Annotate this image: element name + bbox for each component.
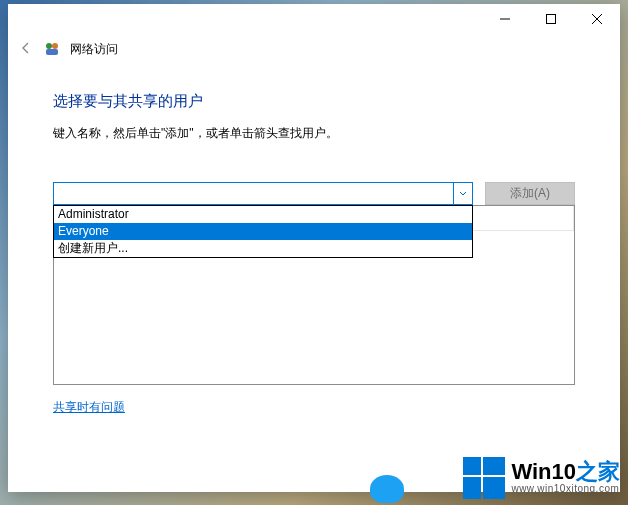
add-button[interactable]: 添加(A) xyxy=(485,182,575,205)
watermark: Win10之家 www.win10xitong.com xyxy=(463,457,620,499)
watermark-text: Win10之家 www.win10xitong.com xyxy=(511,461,620,495)
dropdown-item-everyone[interactable]: Everyone xyxy=(54,223,472,240)
svg-rect-1 xyxy=(547,15,556,24)
header-row: 网络访问 xyxy=(8,34,620,64)
maximize-button[interactable] xyxy=(528,4,574,34)
user-input-row: Administrator Everyone 创建新用户... 添加(A) xyxy=(53,182,575,205)
heading: 选择要与其共享的用户 xyxy=(53,92,575,111)
dropdown-item-create-new-user[interactable]: 创建新用户... xyxy=(54,240,472,257)
back-button[interactable] xyxy=(18,40,34,59)
svg-point-4 xyxy=(46,43,52,49)
svg-rect-6 xyxy=(46,49,58,55)
minimize-button[interactable] xyxy=(482,4,528,34)
dialog-window: 网络访问 选择要与其共享的用户 键入名称，然后单击"添加"，或者单击箭头查找用户… xyxy=(8,4,620,492)
user-combobox: Administrator Everyone 创建新用户... xyxy=(53,182,473,205)
watermark-brand: Win10之家 xyxy=(511,461,620,483)
svg-point-5 xyxy=(52,43,58,49)
user-dropdown-list: Administrator Everyone 创建新用户... xyxy=(53,205,473,258)
combobox-dropdown-button[interactable] xyxy=(453,183,472,204)
titlebar xyxy=(8,4,620,34)
user-name-input[interactable] xyxy=(53,182,473,205)
background-bird-icon xyxy=(370,475,404,503)
sharing-trouble-link[interactable]: 共享时有问题 xyxy=(53,399,125,416)
close-button[interactable] xyxy=(574,4,620,34)
network-access-icon xyxy=(44,41,60,57)
watermark-url: www.win10xitong.com xyxy=(511,483,620,495)
instruction-text: 键入名称，然后单击"添加"，或者单击箭头查找用户。 xyxy=(53,125,575,142)
dropdown-item-administrator[interactable]: Administrator xyxy=(54,206,472,223)
dialog-title: 网络访问 xyxy=(70,41,118,58)
content-area: 选择要与其共享的用户 键入名称，然后单击"添加"，或者单击箭头查找用户。 Adm… xyxy=(8,64,620,492)
windows-logo-icon xyxy=(463,457,505,499)
